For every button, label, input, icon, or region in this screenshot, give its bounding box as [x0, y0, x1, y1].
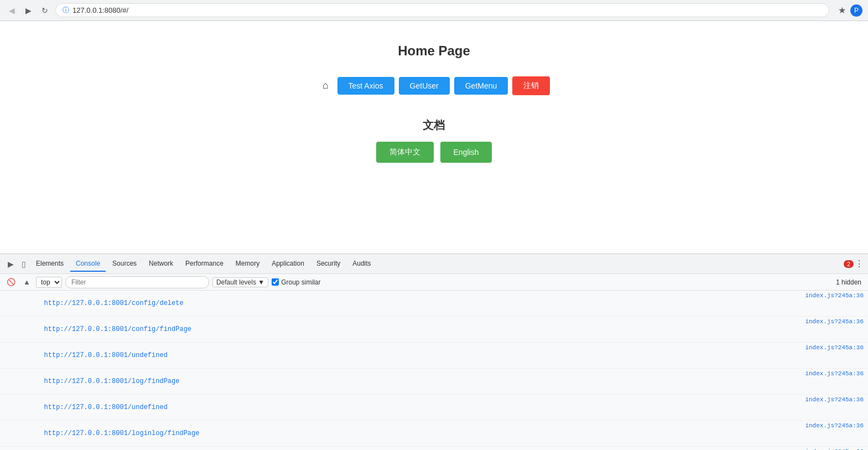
lock-icon: ⓘ [63, 6, 69, 15]
tab-console[interactable]: Console [70, 256, 106, 272]
english-button[interactable]: English [440, 142, 492, 163]
address-bar: ⓘ 127.0.0.1:8080/#/ [55, 3, 829, 17]
context-select[interactable]: top [36, 277, 62, 288]
console-row: http://127.0.0.1:8001/config/findPage in… [0, 317, 868, 343]
console-filter-button[interactable]: ▲ [21, 277, 33, 287]
console-cell: http://127.0.0.1:8001/config/findPage [12, 318, 805, 341]
group-similar-label: Group similar [272, 278, 320, 286]
reload-button[interactable]: ↻ [39, 4, 51, 17]
console-cell: http://127.0.0.1:8001/log/findPage [12, 370, 805, 393]
console-row: http://127.0.0.1:8001/config/delete inde… [0, 291, 868, 317]
group-similar-text: Group similar [281, 278, 320, 286]
tab-memory[interactable]: Memory [230, 256, 265, 272]
devtools-tabs: ▶ ▯ Elements Console Sources Network Per… [0, 254, 868, 274]
tab-performance[interactable]: Performance [180, 256, 229, 272]
console-row: http://127.0.0.1:8001/undefined index.js… [0, 395, 868, 421]
filter-input[interactable] [65, 276, 209, 288]
devtools-more-icon[interactable]: ⋮ [855, 258, 864, 269]
console-toolbar: 🚫 ▲ top Default levels ▼ Group similar 1… [0, 274, 868, 291]
group-similar-checkbox[interactable] [272, 278, 279, 286]
page-content: Home Page ⌂ Test Axios GetUser GetMenu 注… [0, 21, 868, 254]
test-axios-button[interactable]: Test Axios [337, 77, 394, 95]
console-link[interactable]: http://127.0.0.1:8001/log/findPage [44, 377, 180, 385]
back-button[interactable]: ◀ [6, 4, 18, 17]
devtools-inspect-button[interactable]: ▶ [4, 257, 17, 271]
get-menu-button[interactable]: GetMenu [454, 77, 508, 95]
devtools-panel: ▶ ▯ Elements Console Sources Network Per… [0, 254, 868, 450]
doc-section: 文档 简体中文 English [376, 118, 492, 163]
console-row: http://127.0.0.1:8001/log/findPage index… [0, 369, 868, 395]
tab-audits[interactable]: Audits [347, 256, 376, 272]
tab-network[interactable]: Network [143, 256, 179, 272]
console-cell: http://127.0.0.1:8001/undefined [12, 396, 805, 419]
tab-elements[interactable]: Elements [30, 256, 69, 272]
devtools-device-button[interactable]: ▯ [18, 257, 29, 271]
console-cell: http://127.0.0.1:8001/undefined [12, 448, 805, 450]
simplified-chinese-button[interactable]: 简体中文 [376, 142, 434, 163]
doc-buttons: 简体中文 English [376, 142, 492, 163]
console-row: http://127.0.0.1:8001/loginlog/findPage … [0, 421, 868, 447]
console-link[interactable]: http://127.0.0.1:8001/undefined [44, 351, 168, 359]
console-file-link[interactable]: index.js?245a:36 [805, 370, 864, 377]
console-file-link[interactable]: index.js?245a:36 [805, 396, 864, 403]
bookmark-button[interactable]: ★ [838, 5, 846, 15]
default-levels-button[interactable]: Default levels ▼ [212, 277, 268, 287]
console-link[interactable]: http://127.0.0.1:8001/config/findPage [44, 325, 191, 333]
error-count-badge: 2 [844, 260, 854, 268]
logout-button[interactable]: 注销 [512, 76, 550, 95]
console-row: http://127.0.0.1:8001/undefined index.js… [0, 447, 868, 450]
home-button[interactable]: ⌂ [318, 75, 333, 96]
nav-bar: ⌂ Test Axios GetUser GetMenu 注销 [318, 75, 550, 96]
forward-button[interactable]: ▶ [22, 4, 34, 17]
page-title: Home Page [398, 43, 470, 59]
url-text: 127.0.0.1:8080/#/ [72, 6, 128, 14]
tab-security[interactable]: Security [311, 256, 346, 272]
browser-chrome: ◀ ▶ ↻ ⓘ 127.0.0.1:8080/#/ ★ P [0, 0, 868, 21]
get-user-button[interactable]: GetUser [399, 77, 450, 95]
console-cell: http://127.0.0.1:8001/undefined [12, 344, 805, 367]
console-clear-button[interactable]: 🚫 [4, 277, 18, 287]
console-file-link[interactable]: index.js?245a:36 [805, 318, 864, 325]
console-link[interactable]: http://127.0.0.1:8001/config/delete [44, 299, 184, 307]
doc-title: 文档 [423, 118, 445, 133]
browser-toolbar: ◀ ▶ ↻ ⓘ 127.0.0.1:8080/#/ ★ P [0, 0, 868, 20]
tab-application[interactable]: Application [266, 256, 310, 272]
extension-button[interactable]: P [850, 4, 862, 17]
console-file-link[interactable]: index.js?245a:36 [805, 344, 864, 351]
console-cell: http://127.0.0.1:8001/config/delete [12, 292, 805, 315]
console-link[interactable]: http://127.0.0.1:8001/undefined [44, 404, 168, 411]
console-row: http://127.0.0.1:8001/undefined index.js… [0, 343, 868, 369]
console-cell: http://127.0.0.1:8001/loginlog/findPage [12, 422, 805, 445]
tab-sources[interactable]: Sources [107, 256, 142, 272]
hidden-count: 1 hidden [836, 278, 861, 286]
console-link[interactable]: http://127.0.0.1:8001/loginlog/findPage [44, 430, 200, 437]
console-file-link[interactable]: index.js?245a:36 [805, 422, 864, 429]
console-output: http://127.0.0.1:8001/config/delete inde… [0, 291, 868, 450]
console-file-link[interactable]: index.js?245a:36 [805, 292, 864, 299]
